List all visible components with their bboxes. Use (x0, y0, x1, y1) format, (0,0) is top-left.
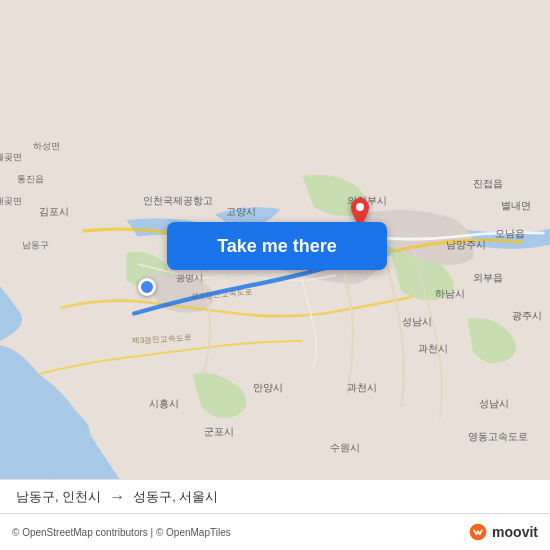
svg-text:안양시: 안양시 (253, 382, 283, 393)
svg-text:하성면: 하성면 (33, 140, 60, 150)
svg-text:성남시: 성남시 (402, 316, 432, 327)
svg-text:대곶면: 대곶면 (0, 195, 22, 205)
svg-text:오남읍: 오남읍 (495, 228, 525, 239)
svg-text:광명시: 광명시 (176, 273, 203, 283)
svg-text:수원시: 수원시 (330, 442, 360, 453)
origin-marker (138, 278, 156, 296)
map-background: 김포시 인천국제공항고 고양시 의정부시 진접읍 별내면 오남읍 서울 남양주시… (0, 0, 550, 550)
svg-text:인천국제공항고: 인천국제공항고 (143, 195, 213, 206)
svg-text:과천시: 과천시 (347, 382, 377, 393)
svg-text:영동고속도로: 영동고속도로 (467, 431, 527, 442)
attribution-text: © OpenStreetMap contributors | © OpenMap… (12, 527, 231, 538)
svg-text:외부읍: 외부읍 (473, 272, 503, 283)
map-container: 김포시 인천국제공항고 고양시 의정부시 진접읍 별내면 오남읍 서울 남양주시… (0, 0, 550, 550)
svg-text:남동구: 남동구 (22, 239, 49, 249)
bottom-bar: © OpenStreetMap contributors | © OpenMap… (0, 513, 550, 550)
svg-text:김포시: 김포시 (38, 206, 68, 217)
svg-text:고양시: 고양시 (225, 206, 255, 217)
svg-text:진접읍: 진접읍 (473, 178, 503, 189)
svg-text:과천시: 과천시 (418, 343, 448, 354)
svg-text:별내면: 별내면 (500, 200, 530, 211)
route-destination: 성동구, 서울시 (133, 488, 218, 506)
route-arrow: → (109, 488, 125, 506)
moovit-logo: moovit (468, 522, 538, 542)
take-me-there-button[interactable]: Take me there (167, 222, 387, 270)
svg-text:성남시: 성남시 (478, 398, 508, 409)
svg-text:남양주시: 남양주시 (445, 239, 485, 250)
svg-text:군포시: 군포시 (204, 426, 234, 437)
moovit-text: moovit (492, 524, 538, 540)
moovit-icon (468, 522, 488, 542)
svg-text:광주시: 광주시 (511, 310, 541, 321)
route-origin: 남동구, 인천시 (16, 488, 101, 506)
svg-point-31 (356, 203, 364, 211)
svg-text:통진읍: 통진읍 (17, 173, 44, 183)
svg-text:월곶면: 월곶면 (0, 151, 22, 161)
svg-text:하남시: 하남시 (435, 288, 465, 299)
route-info-bar: 남동구, 인천시 → 성동구, 서울시 (0, 479, 550, 514)
svg-text:시흥시: 시흥시 (149, 398, 179, 409)
